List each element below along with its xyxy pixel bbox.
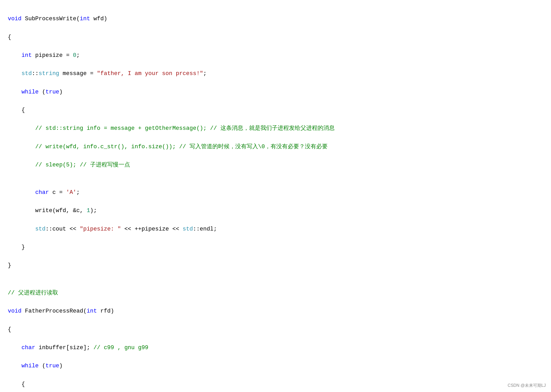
watermark: CSDN @未来可期LJ bbox=[508, 382, 546, 389]
code-line: } bbox=[8, 243, 543, 252]
code-line: // write(wfd, info.c_str(), info.size())… bbox=[8, 142, 543, 151]
code-line: while (true) bbox=[8, 87, 543, 97]
code-line: std::string message = "father, I am your… bbox=[8, 69, 543, 78]
code-line: while (true) bbox=[8, 361, 543, 370]
code-line: void SubProcessWrite(int wfd) bbox=[8, 14, 543, 23]
code-line: { bbox=[8, 33, 543, 42]
code-line: // sleep(5); // 子进程写慢一点 bbox=[8, 160, 543, 170]
code-line: { bbox=[8, 325, 543, 334]
code-line: // 父进程进行读取 bbox=[8, 288, 543, 298]
code-line: char c = 'A'; bbox=[8, 188, 543, 197]
code-line: void FatherProcessRead(int rfd) bbox=[8, 307, 543, 316]
code-line: // std::string info = message + getOther… bbox=[8, 124, 543, 133]
code-line: { bbox=[8, 106, 543, 115]
code-line: std::cout << "pipesize: " << ++pipesize … bbox=[8, 225, 543, 234]
code-line: int pipesize = 0; bbox=[8, 51, 543, 60]
code-editor[interactable]: void SubProcessWrite(int wfd) { int pipe… bbox=[8, 5, 543, 392]
code-line: { bbox=[8, 380, 543, 389]
code-line: write(wfd, &c, 1); bbox=[8, 206, 543, 215]
code-line: } bbox=[8, 261, 543, 270]
code-line: char inbuffer[size]; // c99 , gnu g99 bbox=[8, 343, 543, 352]
